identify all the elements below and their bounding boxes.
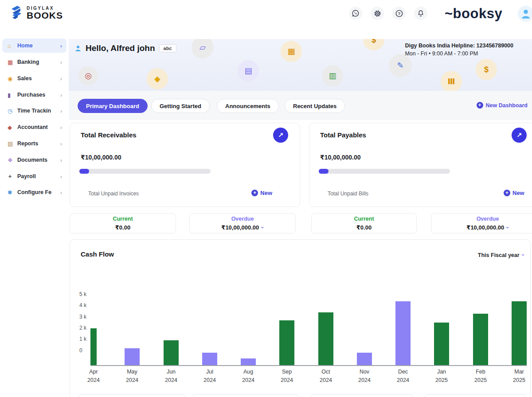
tab-primary-dashboard[interactable]: Primary Dashboard (78, 99, 148, 113)
chart-x-tick: Apr2024 (76, 368, 111, 385)
chart-bar-oct-2024 (318, 312, 333, 365)
summary-card-partial (78, 394, 185, 397)
sales-icon: ◉ (8, 75, 17, 82)
dashboard-tabs: Primary Dashboard Getting Started Announ… (69, 91, 532, 120)
whatsapp-icon[interactable] (349, 7, 362, 20)
summary-card-partial (425, 394, 527, 397)
helpline-hours: Mon - Fri • 9:00 AM - 7:00 PM (405, 50, 513, 58)
brand-bottom-text: BOOKS (27, 11, 63, 20)
sidebar-item-payroll[interactable]: ✦ Payroll › (2, 169, 66, 183)
new-invoice-button[interactable]: + New (251, 190, 272, 196)
top-header: DIGYLAX BOOKS ? (0, 0, 532, 28)
app-window: DIGYLAX BOOKS ? (0, 0, 532, 397)
chevron-right-icon: › (60, 92, 62, 98)
chart-bar-jun-2024 (164, 340, 179, 365)
chevron-down-icon: › (520, 254, 526, 256)
person-icon (74, 45, 82, 52)
configure-icon: ✱ (8, 189, 17, 196)
chart-y-tick: 4 k (79, 302, 94, 308)
payables-amount: ₹10,00,000.00 (320, 154, 361, 161)
tab-recent-updates[interactable]: Recent Updates (285, 99, 345, 113)
digylax-logo-icon (10, 5, 23, 20)
notifications-bell-icon[interactable] (414, 7, 427, 20)
sidebar-item-documents[interactable]: ❖ Documents › (2, 153, 66, 167)
chevron-right-icon: › (60, 59, 62, 66)
payables-overdue-card: Overdue ₹10,00,000.00› (431, 213, 532, 234)
chart-x-tick: Jul2024 (192, 368, 227, 385)
plus-icon: + (477, 102, 483, 109)
reports-icon: ▤ (8, 140, 17, 147)
calendar-money-icon: ▦ (281, 41, 302, 62)
cash-notes-icon: ▥ (322, 65, 343, 86)
sidebar-item-reports[interactable]: ▤ Reports › (2, 136, 66, 151)
receivables-amount: ₹10,00,000.00 (81, 154, 121, 161)
svg-text:?: ? (398, 11, 400, 16)
tab-announcements[interactable]: Announcements (217, 99, 279, 113)
chart-bar-dec-2024 (395, 301, 411, 365)
helpline-number: Digy Books India Helpline: 123456789000 (405, 42, 513, 50)
chart-x-tick: Sep2024 (269, 368, 305, 385)
bank-icon: Ⅲ (441, 71, 462, 91)
chart-bar-sep-2024 (279, 320, 294, 365)
payables-current-card: Current ₹0.00 (311, 213, 417, 234)
chart-x-tick: Jun2024 (153, 368, 189, 385)
user-avatar[interactable] (518, 6, 532, 22)
sidebar-nav: ⌂ Home › ▦ Banking › ◉ Sales › ▮ Purchas… (0, 28, 69, 397)
banking-icon: ▦ (8, 59, 17, 66)
total-payables-card: Total Payables ↗ ₹10,00,000.00 Total Unp… (309, 123, 532, 207)
chart-x-tick: Oct2024 (308, 368, 344, 385)
chevron-right-icon: › (60, 108, 62, 114)
total-receivables-card: Total Receivables ↗ ₹10,00,000.00 Total … (70, 123, 300, 207)
chevron-down-icon[interactable]: › (504, 226, 512, 228)
new-dashboard-button[interactable]: + New Dashboard (477, 102, 528, 109)
chart-bar-nov-2024 (357, 353, 372, 365)
sidebar-item-purchases[interactable]: ▮ Purchases › (2, 88, 66, 102)
target-icon: ◎ (78, 66, 98, 86)
coin-exchange-icon: $ (363, 39, 384, 51)
chart-x-tick: Feb2025 (463, 368, 498, 385)
payroll-icon: ✦ (8, 173, 17, 180)
moneybag-hand-icon: $ (476, 59, 497, 80)
org-badge[interactable]: abc (159, 44, 176, 52)
booksy-wordmark: ~booksy (445, 6, 502, 22)
new-bill-button[interactable]: + New (504, 190, 524, 196)
help-icon[interactable]: ? (392, 7, 406, 20)
fiscal-year-filter[interactable]: This Fiscal year › (478, 252, 524, 258)
receivables-footer-label: Total Unpaid Invoices (88, 191, 139, 197)
sidebar-item-sales[interactable]: ◉ Sales › (2, 71, 66, 86)
purchases-icon: ▮ (8, 92, 17, 98)
cash-flow-title: Cash Flow (81, 250, 114, 258)
digylax-books-logo[interactable]: DIGYLAX BOOKS (10, 5, 63, 20)
chevron-right-icon: › (60, 189, 62, 196)
chevron-down-icon[interactable]: › (258, 226, 267, 228)
receivables-overdue-card: Overdue ₹10,00,000.00› (189, 213, 296, 234)
receivables-title: Total Receivables (81, 131, 137, 139)
home-icon: ⌂ (8, 43, 17, 49)
tab-getting-started[interactable]: Getting Started (151, 99, 210, 113)
documents-icon: ❖ (8, 157, 17, 163)
chart-bar-feb-2025 (473, 314, 488, 365)
chart-bar-jul-2024 (202, 353, 217, 365)
chart-bar-jan-2025 (434, 323, 449, 365)
summary-card-partial (310, 394, 413, 397)
helpline-info: Digy Books India Helpline: 123456789000 … (405, 42, 513, 58)
chevron-right-icon: › (60, 75, 62, 82)
chevron-right-icon: › (60, 157, 62, 163)
sidebar-item-time-tracking[interactable]: ◷ Time Trackin › (2, 104, 66, 118)
receivables-open-button[interactable]: ↗ (273, 128, 288, 143)
receivables-progress-bar (79, 169, 211, 174)
chart-x-tick: Jan2025 (424, 368, 459, 385)
sidebar-item-home[interactable]: ⌂ Home › (2, 39, 66, 53)
time-tracking-icon: ◷ (8, 108, 17, 114)
sidebar-item-banking[interactable]: ▦ Banking › (2, 55, 66, 69)
cards-approved-icon: ▱ (192, 39, 214, 58)
sidebar-item-accountant[interactable]: ◆ Accountant › (2, 120, 66, 134)
chevron-right-icon: › (60, 43, 62, 49)
payables-footer-label: Total Unpaid Bills (328, 191, 368, 197)
sidebar-item-configure-features[interactable]: ✱ Configure Fe › (2, 185, 66, 199)
payables-open-button[interactable]: ↗ (512, 128, 527, 143)
chart-y-tick: 3 k (79, 314, 94, 320)
chart-x-axis (90, 365, 527, 366)
summary-card-partial (192, 394, 299, 397)
settings-gear-icon[interactable] (371, 7, 384, 20)
